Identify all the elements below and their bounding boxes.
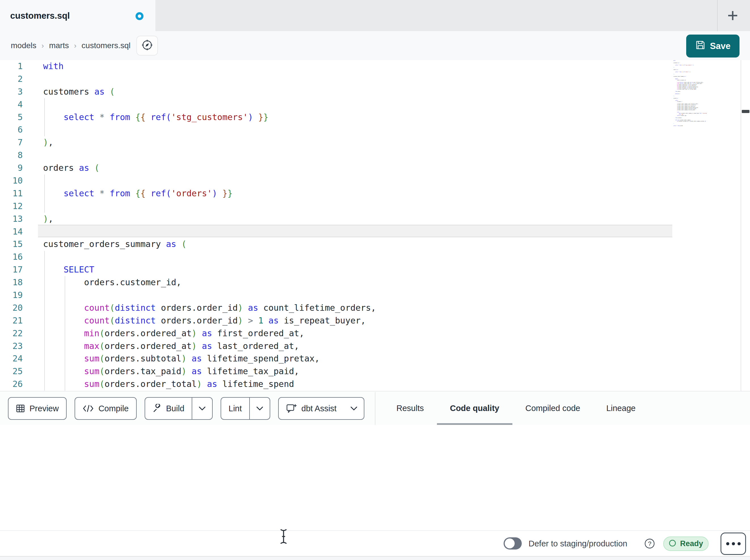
code-line	[43, 124, 376, 136]
line-number: 4	[0, 98, 23, 111]
breadcrumb-separator: ›	[41, 41, 44, 50]
code-line: min(orders.ordered_at) as first_ordered_…	[43, 327, 376, 340]
code-line: sum(orders.tax_paid) as lifetime_tax_pai…	[43, 365, 376, 378]
code-line: count(distinct orders.order_id) as count…	[43, 302, 376, 314]
line-number: 18	[0, 276, 23, 289]
tab-code-quality[interactable]: Code quality	[437, 392, 512, 425]
button-label: Compile	[98, 404, 129, 413]
editor-scrollbar-track	[741, 60, 741, 391]
line-number-gutter: 1234567891011121314151617181920212223242…	[0, 60, 23, 391]
code-line	[43, 98, 376, 111]
line-number: 5	[0, 111, 23, 124]
tab-compiled-code[interactable]: Compiled code	[512, 392, 593, 425]
editor-scrollbar-thumb[interactable]	[742, 110, 749, 113]
tab-bar-divider	[717, 0, 718, 31]
code-line: orders.customer_id,	[43, 276, 376, 289]
wrench-icon	[153, 404, 162, 413]
chevron-down-icon	[350, 406, 358, 411]
toolbar-tabs-divider	[375, 392, 375, 426]
button-label: Build	[166, 404, 184, 413]
file-tab-customers-sql[interactable]: customers.sql	[0, 0, 155, 32]
code-line	[43, 174, 376, 187]
button-label: Lint	[229, 404, 242, 413]
line-number: 2	[0, 73, 23, 86]
chevron-down-icon	[198, 406, 206, 411]
save-button-label: Save	[710, 41, 730, 51]
file-tab-bar: customers.sql	[0, 0, 750, 31]
line-number: 24	[0, 352, 23, 365]
code-line: ),	[43, 213, 376, 226]
code-quality-panel: There is nothing here Press the Lint or …	[0, 425, 750, 530]
line-number: 10	[0, 174, 23, 187]
line-number: 6	[0, 124, 23, 136]
ready-circle-icon	[669, 539, 676, 548]
new-tab-button[interactable]	[725, 8, 741, 24]
defer-toggle[interactable]	[504, 537, 522, 549]
breadcrumb-models[interactable]: models	[11, 41, 36, 50]
toggle-knob	[505, 538, 515, 548]
line-number: 23	[0, 340, 23, 353]
breadcrumb-marts[interactable]: marts	[49, 41, 69, 50]
line-number: 22	[0, 327, 23, 340]
tab-results[interactable]: Results	[383, 392, 437, 425]
svg-text:?: ?	[648, 540, 651, 547]
line-number: 3	[0, 86, 23, 98]
line-number: 9	[0, 162, 23, 174]
code-line: max(orders.ordered_at) as last_ordered_a…	[43, 340, 376, 353]
dbt-assist-dropdown-button[interactable]	[344, 398, 364, 419]
line-number: 25	[0, 365, 23, 378]
code-line	[43, 226, 376, 238]
preview-button[interactable]: Preview	[8, 397, 67, 420]
tab-lineage[interactable]: Lineage	[593, 392, 649, 425]
code-line: select * from joined	[673, 125, 716, 126]
lint-button-main[interactable]: Lint	[221, 398, 249, 419]
help-icon[interactable]: ?	[644, 538, 655, 549]
build-button-main[interactable]: Build	[145, 398, 192, 419]
plus-icon	[727, 9, 739, 23]
status-bar: Defer to staging/production ? Ready	[0, 530, 750, 556]
lint-button[interactable]: Lint	[221, 397, 270, 420]
dbt-ide-window: customers.sql models › marts › customers…	[0, 0, 750, 560]
line-number: 1	[0, 60, 23, 73]
preview-button-main[interactable]: Preview	[8, 398, 66, 419]
code-line: select * from {{ ref('stg_customers') }}	[43, 111, 376, 124]
code-line: with	[43, 60, 376, 73]
line-number: 7	[0, 136, 23, 149]
compile-button-main[interactable]: Compile	[75, 398, 136, 419]
compass-icon	[141, 39, 153, 52]
line-number: 12	[0, 200, 23, 213]
chevron-down-icon	[256, 406, 263, 411]
tab-label: Code quality	[450, 403, 499, 413]
code-line: customers as (	[43, 86, 376, 98]
code-editor[interactable]: 1234567891011121314151617181920212223242…	[0, 60, 750, 391]
minimap[interactable]: with customers as ( select * from {{ ref…	[673, 60, 716, 134]
line-number: 14	[0, 226, 23, 238]
code-line: select * from {{ ref('orders') }}	[43, 187, 376, 200]
dbt-assist-button-main[interactable]: dbt Assist	[279, 398, 344, 419]
line-number: 11	[0, 187, 23, 200]
line-number: 13	[0, 213, 23, 226]
ibeam-mouse-cursor	[279, 528, 288, 545]
code-line: ),	[43, 136, 376, 149]
assist-chat-icon	[286, 403, 297, 414]
editor-header: models › marts › customers.sql	[0, 31, 750, 60]
line-number: 19	[0, 289, 23, 302]
line-number: 21	[0, 314, 23, 327]
save-button[interactable]: Save	[686, 35, 739, 58]
button-label: Preview	[29, 404, 59, 413]
status-badge: Ready	[663, 537, 709, 551]
dbt-assist-button[interactable]: dbt Assist	[278, 397, 364, 420]
compile-button[interactable]: Compile	[75, 397, 136, 420]
build-button[interactable]: Build	[145, 397, 213, 420]
navigate-file-button[interactable]	[136, 36, 158, 56]
bottom-edge-strip	[0, 556, 750, 560]
more-options-button[interactable]	[721, 533, 746, 555]
tab-label: Compiled code	[526, 403, 580, 413]
lint-dropdown-button[interactable]	[250, 398, 270, 419]
minimap-content: with customers as ( select * from {{ ref…	[673, 60, 716, 126]
editor-code[interactable]: with customers as ( select * from {{ ref…	[43, 60, 376, 391]
build-dropdown-button[interactable]	[192, 398, 212, 419]
code-line: orders as (	[43, 162, 376, 174]
line-number: 8	[0, 149, 23, 162]
file-tab-label: customers.sql	[10, 11, 70, 21]
